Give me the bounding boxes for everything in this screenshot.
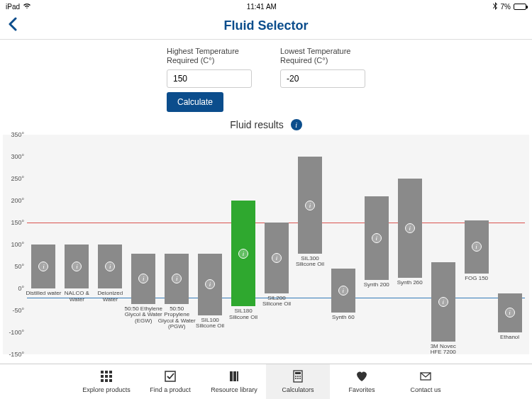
bar-label: Ethanol: [491, 335, 529, 340]
tab-label: Find a product: [150, 386, 191, 393]
svg-rect-10: [230, 371, 233, 381]
y-tick: 300°: [11, 153, 24, 160]
bar-label: Synth 200: [358, 282, 396, 288]
bar-info-icon[interactable]: i: [505, 308, 515, 317]
wifi-icon: [23, 3, 31, 11]
bar-synth-60[interactable]: i: [331, 269, 355, 313]
svg-rect-12: [237, 371, 238, 381]
bar-info-icon[interactable]: i: [272, 253, 282, 263]
svg-rect-11: [233, 371, 236, 381]
tab-contact[interactable]: Contact us: [394, 364, 458, 399]
favorites-icon: [355, 370, 368, 384]
bar-label: SIL180 Silicone Oil: [224, 308, 262, 320]
contact-icon: [419, 370, 432, 384]
bar-50-50-ethylene-glycol-water-egw-[interactable]: i: [131, 254, 155, 304]
svg-rect-6: [101, 379, 104, 382]
y-tick: 200°: [11, 197, 24, 204]
bar-label: Synth 260: [391, 280, 429, 286]
clock: 11:41 AM: [247, 3, 277, 11]
bar-ethanol[interactable]: i: [498, 293, 522, 333]
bar-info-icon[interactable]: i: [405, 223, 415, 233]
bar-nalco-water[interactable]: i: [65, 245, 89, 288]
info-icon[interactable]: i: [291, 119, 302, 130]
page-title: Fluid Selector: [223, 18, 308, 33]
tab-calculators[interactable]: Calculators: [266, 364, 330, 399]
bar-info-icon[interactable]: i: [72, 262, 82, 271]
bar-label: NALCO & Water: [57, 291, 96, 303]
bar-info-icon[interactable]: i: [172, 274, 182, 283]
y-tick: 50°: [14, 263, 24, 270]
back-button[interactable]: [7, 17, 17, 35]
library-icon: [228, 370, 240, 384]
svg-rect-5: [109, 375, 112, 378]
y-tick: 100°: [11, 241, 24, 248]
battery-percent: 7%: [501, 3, 511, 11]
calculate-button[interactable]: Calculate: [167, 92, 223, 112]
tab-library[interactable]: Resource library: [202, 364, 266, 399]
bar-label: Distilled water: [24, 291, 62, 296]
svg-point-15: [295, 376, 297, 377]
bar-info-icon[interactable]: i: [38, 262, 48, 271]
device-label: iPad: [6, 3, 20, 11]
bar-50-50-propylene-glycol-water-pgw-[interactable]: i: [165, 254, 189, 304]
bar-label: 3M Novec HFE 7200: [424, 344, 462, 356]
bar-synth-200[interactable]: i: [365, 196, 389, 280]
calculators-icon: [292, 370, 304, 384]
y-tick: 350°: [11, 131, 24, 138]
bar-info-icon[interactable]: i: [138, 274, 148, 283]
svg-rect-4: [105, 375, 108, 378]
bar-info-icon[interactable]: i: [105, 262, 115, 271]
svg-point-20: [299, 378, 301, 379]
bar-sil100-silicone-oil[interactable]: i: [198, 254, 222, 315]
bar-label: SIL300 Silicone Oil: [291, 256, 329, 268]
tab-find[interactable]: Find a product: [138, 364, 202, 399]
bar-info-icon[interactable]: i: [305, 201, 315, 210]
bar-info-icon[interactable]: i: [238, 249, 248, 259]
bar-info-icon[interactable]: i: [205, 279, 215, 289]
bar-3m-novec-hfe-7200[interactable]: i: [431, 262, 455, 342]
y-tick: 150°: [11, 219, 24, 226]
svg-rect-2: [109, 371, 112, 373]
y-tick: -50°: [12, 307, 24, 314]
svg-rect-9: [165, 371, 175, 381]
y-axis: 350°300°250°200°150°100°50°0°-50°-100°-1…: [3, 135, 27, 354]
bar-info-icon[interactable]: i: [338, 286, 348, 296]
bar-deionized-water[interactable]: i: [98, 245, 122, 288]
bar-distilled-water[interactable]: i: [31, 245, 55, 288]
y-tick: 0°: [18, 285, 24, 292]
bar-info-icon[interactable]: i: [438, 297, 448, 307]
plot-area: iDistilled wateriNALCO & WateriDeionized…: [27, 135, 525, 354]
tab-explore[interactable]: Explore products: [74, 364, 138, 399]
bar-info-icon[interactable]: i: [472, 242, 482, 252]
bar-fog-150[interactable]: i: [465, 220, 489, 273]
bar-synth-260[interactable]: i: [398, 179, 422, 278]
bar-sil300-silicone-oil[interactable]: i: [298, 157, 322, 253]
bar-label: 50:50 Propylene Glycol & Water (PGW): [157, 306, 196, 330]
svg-rect-1: [105, 371, 108, 373]
bar-sil200-silicone-oil[interactable]: i: [265, 223, 289, 293]
high-temp-input[interactable]: [167, 69, 252, 88]
y-tick: -100°: [9, 329, 24, 336]
results-header: Fluid results i: [0, 118, 532, 135]
tab-label: Contact us: [410, 386, 440, 393]
tab-favorites[interactable]: Favorites: [330, 364, 394, 399]
bluetooth-icon: [492, 2, 498, 11]
tab-label: Favorites: [348, 386, 375, 393]
explore-icon: [100, 370, 113, 384]
chart: 350°300°250°200°150°100°50°0°-50°-100°-1…: [3, 135, 529, 354]
y-tick: -150°: [9, 351, 24, 358]
bar-label: Synth 60: [324, 315, 362, 320]
results-title: Fluid results: [230, 119, 283, 130]
low-temp-label: Lowest Temperature Required (C°): [280, 47, 365, 65]
bar-sil180-silicone-oil[interactable]: i: [231, 201, 255, 306]
svg-rect-3: [101, 375, 104, 378]
svg-point-19: [297, 378, 299, 379]
high-temp-label: Highest Temperature Required (C°): [167, 47, 252, 65]
svg-rect-8: [109, 379, 112, 382]
form-area: Highest Temperature Required (C°) Calcul…: [0, 40, 532, 118]
y-tick: 250°: [11, 175, 24, 182]
bar-info-icon[interactable]: i: [372, 233, 382, 243]
svg-rect-0: [101, 371, 104, 373]
status-bar: iPad 11:41 AM 7%: [0, 0, 532, 13]
low-temp-input[interactable]: [280, 69, 365, 88]
